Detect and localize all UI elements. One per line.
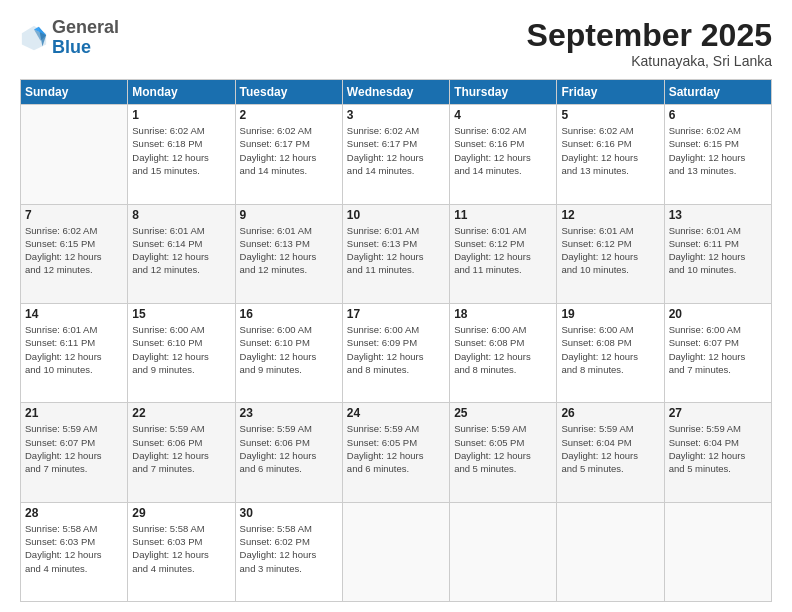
day-info: Sunrise: 6:00 AM Sunset: 6:10 PM Dayligh…: [132, 323, 230, 376]
logo: General Blue: [20, 18, 119, 58]
day-info: Sunrise: 6:01 AM Sunset: 6:13 PM Dayligh…: [240, 224, 338, 277]
weekday-header-row: Sunday Monday Tuesday Wednesday Thursday…: [21, 80, 772, 105]
day-number: 5: [561, 108, 659, 122]
day-info: Sunrise: 6:02 AM Sunset: 6:15 PM Dayligh…: [669, 124, 767, 177]
calendar-cell: 8Sunrise: 6:01 AM Sunset: 6:14 PM Daylig…: [128, 204, 235, 303]
day-number: 25: [454, 406, 552, 420]
day-number: 21: [25, 406, 123, 420]
header-wednesday: Wednesday: [342, 80, 449, 105]
page: General Blue September 2025 Katunayaka, …: [0, 0, 792, 612]
calendar-cell: 11Sunrise: 6:01 AM Sunset: 6:12 PM Dayli…: [450, 204, 557, 303]
header-tuesday: Tuesday: [235, 80, 342, 105]
calendar-cell: 30Sunrise: 5:58 AM Sunset: 6:02 PM Dayli…: [235, 502, 342, 601]
calendar-cell: 14Sunrise: 6:01 AM Sunset: 6:11 PM Dayli…: [21, 303, 128, 402]
day-number: 18: [454, 307, 552, 321]
day-info: Sunrise: 6:00 AM Sunset: 6:10 PM Dayligh…: [240, 323, 338, 376]
month-title: September 2025: [527, 18, 772, 53]
day-info: Sunrise: 5:59 AM Sunset: 6:06 PM Dayligh…: [132, 422, 230, 475]
day-number: 24: [347, 406, 445, 420]
day-number: 28: [25, 506, 123, 520]
day-number: 26: [561, 406, 659, 420]
day-number: 6: [669, 108, 767, 122]
header-friday: Friday: [557, 80, 664, 105]
calendar-cell: 27Sunrise: 5:59 AM Sunset: 6:04 PM Dayli…: [664, 403, 771, 502]
calendar-cell: 9Sunrise: 6:01 AM Sunset: 6:13 PM Daylig…: [235, 204, 342, 303]
calendar-cell: 25Sunrise: 5:59 AM Sunset: 6:05 PM Dayli…: [450, 403, 557, 502]
week-row-0: 1Sunrise: 6:02 AM Sunset: 6:18 PM Daylig…: [21, 105, 772, 204]
day-info: Sunrise: 5:58 AM Sunset: 6:03 PM Dayligh…: [25, 522, 123, 575]
day-info: Sunrise: 5:59 AM Sunset: 6:05 PM Dayligh…: [454, 422, 552, 475]
day-info: Sunrise: 5:58 AM Sunset: 6:03 PM Dayligh…: [132, 522, 230, 575]
calendar: Sunday Monday Tuesday Wednesday Thursday…: [20, 79, 772, 602]
logo-general: General: [52, 17, 119, 37]
calendar-cell: 18Sunrise: 6:00 AM Sunset: 6:08 PM Dayli…: [450, 303, 557, 402]
logo-icon: [20, 24, 48, 52]
calendar-cell: 3Sunrise: 6:02 AM Sunset: 6:17 PM Daylig…: [342, 105, 449, 204]
day-info: Sunrise: 6:00 AM Sunset: 6:08 PM Dayligh…: [454, 323, 552, 376]
day-number: 4: [454, 108, 552, 122]
day-number: 30: [240, 506, 338, 520]
week-row-1: 7Sunrise: 6:02 AM Sunset: 6:15 PM Daylig…: [21, 204, 772, 303]
week-row-4: 28Sunrise: 5:58 AM Sunset: 6:03 PM Dayli…: [21, 502, 772, 601]
day-number: 9: [240, 208, 338, 222]
title-block: September 2025 Katunayaka, Sri Lanka: [527, 18, 772, 69]
calendar-cell: 13Sunrise: 6:01 AM Sunset: 6:11 PM Dayli…: [664, 204, 771, 303]
calendar-cell: 19Sunrise: 6:00 AM Sunset: 6:08 PM Dayli…: [557, 303, 664, 402]
day-info: Sunrise: 5:59 AM Sunset: 6:07 PM Dayligh…: [25, 422, 123, 475]
calendar-cell: [557, 502, 664, 601]
day-info: Sunrise: 5:59 AM Sunset: 6:05 PM Dayligh…: [347, 422, 445, 475]
header: General Blue September 2025 Katunayaka, …: [20, 18, 772, 69]
day-info: Sunrise: 6:02 AM Sunset: 6:18 PM Dayligh…: [132, 124, 230, 177]
day-number: 11: [454, 208, 552, 222]
day-info: Sunrise: 6:00 AM Sunset: 6:09 PM Dayligh…: [347, 323, 445, 376]
calendar-cell: 22Sunrise: 5:59 AM Sunset: 6:06 PM Dayli…: [128, 403, 235, 502]
logo-text: General Blue: [52, 18, 119, 58]
calendar-cell: 4Sunrise: 6:02 AM Sunset: 6:16 PM Daylig…: [450, 105, 557, 204]
day-info: Sunrise: 5:59 AM Sunset: 6:04 PM Dayligh…: [561, 422, 659, 475]
calendar-cell: 12Sunrise: 6:01 AM Sunset: 6:12 PM Dayli…: [557, 204, 664, 303]
day-number: 13: [669, 208, 767, 222]
day-number: 3: [347, 108, 445, 122]
calendar-cell: [664, 502, 771, 601]
location: Katunayaka, Sri Lanka: [527, 53, 772, 69]
calendar-cell: 26Sunrise: 5:59 AM Sunset: 6:04 PM Dayli…: [557, 403, 664, 502]
calendar-cell: 5Sunrise: 6:02 AM Sunset: 6:16 PM Daylig…: [557, 105, 664, 204]
calendar-cell: 28Sunrise: 5:58 AM Sunset: 6:03 PM Dayli…: [21, 502, 128, 601]
calendar-cell: 6Sunrise: 6:02 AM Sunset: 6:15 PM Daylig…: [664, 105, 771, 204]
day-info: Sunrise: 6:02 AM Sunset: 6:17 PM Dayligh…: [347, 124, 445, 177]
calendar-cell: 2Sunrise: 6:02 AM Sunset: 6:17 PM Daylig…: [235, 105, 342, 204]
day-number: 16: [240, 307, 338, 321]
day-info: Sunrise: 5:59 AM Sunset: 6:04 PM Dayligh…: [669, 422, 767, 475]
day-info: Sunrise: 6:01 AM Sunset: 6:12 PM Dayligh…: [454, 224, 552, 277]
day-info: Sunrise: 6:02 AM Sunset: 6:16 PM Dayligh…: [561, 124, 659, 177]
week-row-3: 21Sunrise: 5:59 AM Sunset: 6:07 PM Dayli…: [21, 403, 772, 502]
day-info: Sunrise: 6:01 AM Sunset: 6:11 PM Dayligh…: [669, 224, 767, 277]
calendar-cell: 7Sunrise: 6:02 AM Sunset: 6:15 PM Daylig…: [21, 204, 128, 303]
day-info: Sunrise: 6:02 AM Sunset: 6:16 PM Dayligh…: [454, 124, 552, 177]
calendar-cell: 23Sunrise: 5:59 AM Sunset: 6:06 PM Dayli…: [235, 403, 342, 502]
day-number: 14: [25, 307, 123, 321]
day-number: 1: [132, 108, 230, 122]
day-number: 12: [561, 208, 659, 222]
day-info: Sunrise: 6:02 AM Sunset: 6:15 PM Dayligh…: [25, 224, 123, 277]
calendar-cell: 10Sunrise: 6:01 AM Sunset: 6:13 PM Dayli…: [342, 204, 449, 303]
calendar-cell: [342, 502, 449, 601]
header-sunday: Sunday: [21, 80, 128, 105]
day-info: Sunrise: 5:59 AM Sunset: 6:06 PM Dayligh…: [240, 422, 338, 475]
day-number: 8: [132, 208, 230, 222]
day-info: Sunrise: 6:01 AM Sunset: 6:12 PM Dayligh…: [561, 224, 659, 277]
day-info: Sunrise: 6:01 AM Sunset: 6:14 PM Dayligh…: [132, 224, 230, 277]
day-number: 19: [561, 307, 659, 321]
header-thursday: Thursday: [450, 80, 557, 105]
calendar-cell: 1Sunrise: 6:02 AM Sunset: 6:18 PM Daylig…: [128, 105, 235, 204]
day-number: 22: [132, 406, 230, 420]
day-info: Sunrise: 6:02 AM Sunset: 6:17 PM Dayligh…: [240, 124, 338, 177]
day-number: 27: [669, 406, 767, 420]
calendar-cell: 29Sunrise: 5:58 AM Sunset: 6:03 PM Dayli…: [128, 502, 235, 601]
day-number: 17: [347, 307, 445, 321]
week-row-2: 14Sunrise: 6:01 AM Sunset: 6:11 PM Dayli…: [21, 303, 772, 402]
day-info: Sunrise: 6:01 AM Sunset: 6:13 PM Dayligh…: [347, 224, 445, 277]
day-info: Sunrise: 5:58 AM Sunset: 6:02 PM Dayligh…: [240, 522, 338, 575]
calendar-cell: 15Sunrise: 6:00 AM Sunset: 6:10 PM Dayli…: [128, 303, 235, 402]
calendar-cell: 17Sunrise: 6:00 AM Sunset: 6:09 PM Dayli…: [342, 303, 449, 402]
